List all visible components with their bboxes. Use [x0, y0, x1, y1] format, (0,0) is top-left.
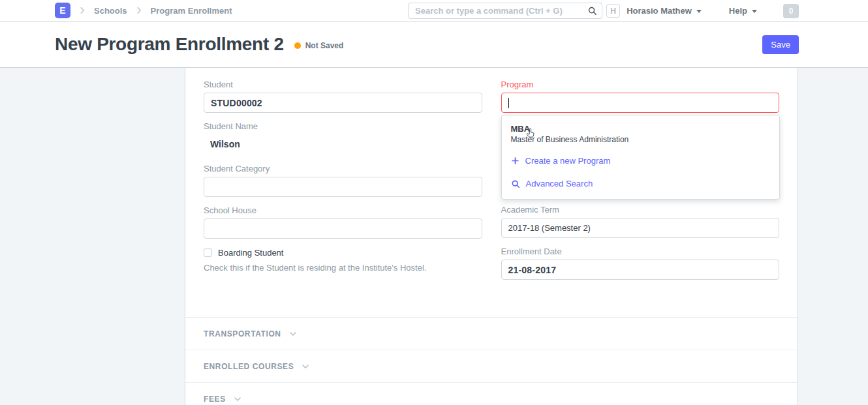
breadcrumb-program-enrollment[interactable]: Program Enrollment	[151, 6, 232, 16]
page-head: New Program Enrollment 2 Not Saved Save	[0, 22, 868, 68]
student-name-label: Student Name	[204, 122, 482, 130]
section-fees-label: FEES	[204, 395, 226, 404]
chevron-right-icon	[78, 6, 87, 15]
field-enrollment-date: Enrollment Date 21-08-2017	[501, 247, 780, 280]
program-dropdown: MBA Master of Business Administration	[501, 115, 780, 200]
search-icon	[511, 179, 520, 188]
section-enrolled-courses-label: ENROLLED COURSES	[204, 362, 294, 371]
page-content: Student STUD00002 Student Name Wilson St…	[0, 68, 868, 405]
enrollment-date-input[interactable]: 21-08-2017	[501, 260, 780, 280]
boarding-student-description: Check this if the Student is residing at…	[204, 263, 482, 273]
advanced-search-action[interactable]: Advanced Search	[502, 172, 779, 195]
field-program: Program MBA Master of Business Administr…	[501, 80, 780, 113]
navbar: E Schools Program Enrollment H Horasio M…	[0, 0, 868, 22]
search-input[interactable]	[408, 3, 602, 19]
program-option-mba[interactable]: MBA Master of Business Administration	[502, 119, 779, 149]
advanced-search-label: Advanced Search	[526, 179, 593, 188]
school-house-input[interactable]	[204, 218, 482, 239]
user-menu[interactable]: Horasio Mathew	[627, 6, 702, 16]
chevron-down-icon	[232, 394, 243, 404]
program-option-subtitle: Master of Business Administration	[511, 135, 770, 144]
global-search	[408, 3, 602, 19]
notifications-badge[interactable]: 0	[783, 4, 799, 18]
plus-icon	[511, 157, 519, 165]
chevron-down-icon	[300, 361, 311, 372]
boarding-student-checkbox[interactable]	[204, 248, 212, 257]
section-enrolled-courses[interactable]: ENROLLED COURSES	[185, 350, 798, 382]
avatar[interactable]: H	[606, 4, 620, 18]
form-column-right: Program MBA Master of Business Administr…	[501, 80, 780, 289]
save-button[interactable]: Save	[762, 35, 799, 54]
student-label: Student	[204, 80, 482, 89]
student-input[interactable]: STUD00002	[204, 93, 482, 113]
text-cursor	[508, 98, 509, 108]
help-label: Help	[729, 6, 747, 16]
section-transportation-label: TRANSPORTATION	[204, 329, 281, 338]
caret-down-icon	[696, 10, 702, 13]
page-title: New Program Enrollment 2	[55, 34, 284, 55]
section-fees[interactable]: FEES	[185, 382, 798, 405]
program-label: Program	[501, 80, 780, 89]
school-house-label: School House	[204, 206, 482, 215]
status-indicator: Not Saved	[294, 41, 344, 50]
program-input[interactable]	[501, 93, 780, 113]
user-name: Horasio Mathew	[627, 6, 692, 16]
field-boarding-student: Boarding Student	[204, 248, 482, 258]
breadcrumb-schools[interactable]: Schools	[94, 6, 127, 16]
caret-down-icon	[752, 10, 757, 13]
enrollment-date-label: Enrollment Date	[501, 247, 780, 256]
academic-term-label: Academic Term	[501, 205, 780, 214]
status-text: Not Saved	[305, 41, 344, 50]
boarding-student-label[interactable]: Boarding Student	[218, 248, 283, 258]
chevron-right-icon	[134, 6, 144, 15]
form-column-left: Student STUD00002 Student Name Wilson St…	[204, 80, 482, 289]
field-student-name: Student Name Wilson	[204, 122, 482, 155]
student-category-label: Student Category	[204, 164, 482, 173]
student-category-input[interactable]	[204, 177, 482, 197]
field-student-category: Student Category	[204, 164, 482, 197]
help-menu[interactable]: Help	[729, 6, 757, 16]
field-school-house: School House	[204, 206, 482, 239]
form-card: Student STUD00002 Student Name Wilson St…	[185, 68, 798, 405]
student-name-value: Wilson	[204, 134, 482, 155]
field-student: Student STUD00002	[204, 80, 482, 113]
field-academic-term: Academic Term 2017-18 (Semester 2)	[501, 205, 780, 238]
not-saved-dot-icon	[294, 42, 301, 49]
academic-term-input[interactable]: 2017-18 (Semester 2)	[501, 218, 780, 238]
create-new-program-label: Create a new Program	[525, 156, 611, 166]
chevron-down-icon	[288, 329, 298, 339]
collapsible-sections: TRANSPORTATION ENROLLED COURSES FEES	[185, 317, 798, 405]
section-transportation[interactable]: TRANSPORTATION	[185, 317, 798, 350]
form-section: Student STUD00002 Student Name Wilson St…	[185, 68, 798, 317]
program-option-title: MBA	[511, 124, 770, 134]
search-icon	[587, 6, 597, 18]
navbar-right: H Horasio Mathew Help 0	[606, 0, 799, 22]
app-logo[interactable]: E	[55, 3, 70, 18]
create-new-program-action[interactable]: Create a new Program	[502, 149, 779, 172]
